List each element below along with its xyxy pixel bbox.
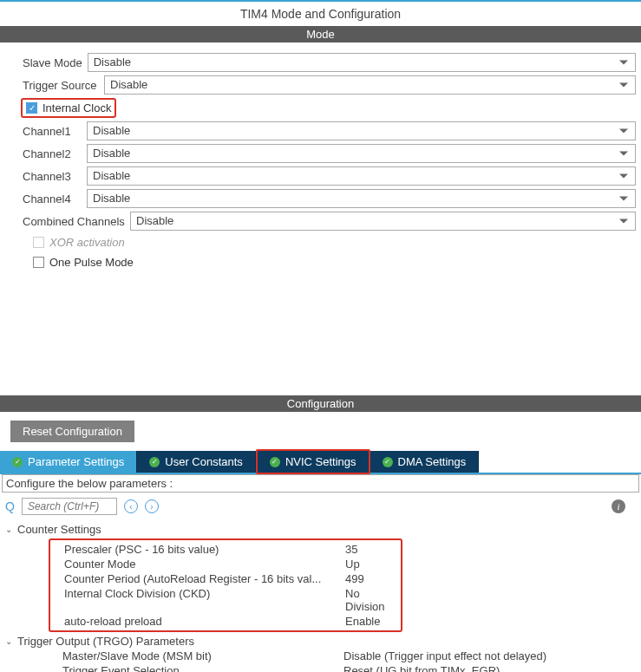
slave-mode-label: Slave Mode [23, 56, 82, 69]
config-tabs: ✓ Parameter Settings ✓ User Constants ✓ … [0, 451, 641, 474]
channel1-dropdown[interactable]: Disable [87, 121, 636, 140]
trigger-source-label: Trigger Source [23, 79, 99, 92]
tab-user-constants[interactable]: ✓ User Constants [137, 451, 256, 473]
channel3-dropdown[interactable]: Disable [87, 166, 636, 186]
reset-configuration-button[interactable]: Reset Configuration [10, 421, 134, 442]
slave-mode-dropdown[interactable]: Disable [88, 53, 636, 72]
info-icon[interactable]: i [612, 499, 625, 513]
table-row[interactable]: Master/Slave Mode (MSM bit) Disable (Tri… [49, 649, 641, 663]
config-subtitle: Configure the below parameters : [2, 474, 639, 493]
table-row[interactable]: Prescaler (PSC - 16 bits value) 35 [50, 542, 401, 557]
chevron-down-icon: ⌄ [5, 636, 12, 646]
channel2-label: Channel2 [23, 147, 82, 160]
counter-settings-highlight: Prescaler (PSC - 16 bits value) 35 Count… [49, 538, 402, 632]
search-next-button[interactable]: › [145, 499, 159, 513]
counter-settings-group[interactable]: ⌄ Counter Settings [5, 522, 641, 537]
table-row[interactable]: Counter Period (AutoReload Register - 16… [50, 571, 401, 586]
tab-parameter-settings[interactable]: ✓ Parameter Settings [0, 451, 137, 473]
internal-clock-checkbox[interactable]: ✓ [26, 102, 37, 114]
channel1-label: Channel1 [23, 125, 82, 138]
search-icon[interactable]: Q [5, 499, 15, 513]
tab-dma-settings[interactable]: ✓ DMA Settings [370, 451, 480, 473]
search-input[interactable] [22, 498, 117, 515]
check-icon: ✓ [12, 457, 23, 467]
chevron-down-icon: ⌄ [5, 525, 12, 534]
trigger-source-dropdown[interactable]: Disable [104, 75, 636, 95]
table-row[interactable]: Counter Mode Up [50, 557, 401, 571]
table-row[interactable]: auto-reload preload Enable [50, 614, 401, 629]
channel4-label: Channel4 [23, 192, 82, 206]
check-icon: ✓ [149, 457, 160, 467]
page-title: TIM4 Mode and Configuration [0, 2, 641, 26]
channel3-label: Channel3 [23, 170, 82, 183]
combined-channels-label: Combined Channels [23, 215, 125, 228]
internal-clock-highlight: ✓ Internal Clock [21, 98, 116, 118]
tab-nvic-settings[interactable]: ✓ NVIC Settings [256, 449, 370, 474]
combined-channels-dropdown[interactable]: Disable [130, 212, 636, 231]
channel2-dropdown[interactable]: Disable [87, 144, 636, 163]
xor-label: XOR activation [49, 236, 125, 249]
channel4-dropdown[interactable]: Disable [87, 189, 636, 208]
trgo-parameters-group[interactable]: ⌄ Trigger Output (TRGO) Parameters [5, 634, 641, 649]
mode-panel: Slave Mode Disable Trigger Source Disabl… [0, 42, 641, 300]
one-pulse-label: One Pulse Mode [49, 256, 134, 269]
search-prev-button[interactable]: ‹ [124, 499, 138, 513]
table-row[interactable]: Internal Clock Division (CKD) No Divisio… [50, 586, 401, 614]
table-row[interactable]: Trigger Event Selection Reset (UG bit fr… [49, 663, 641, 672]
one-pulse-checkbox[interactable] [33, 257, 44, 268]
config-section-header: Configuration [0, 395, 641, 412]
check-icon: ✓ [270, 457, 280, 467]
xor-checkbox [33, 237, 44, 248]
mode-section-header: Mode [0, 26, 641, 42]
check-icon: ✓ [383, 457, 393, 467]
internal-clock-label: Internal Clock [43, 101, 111, 114]
